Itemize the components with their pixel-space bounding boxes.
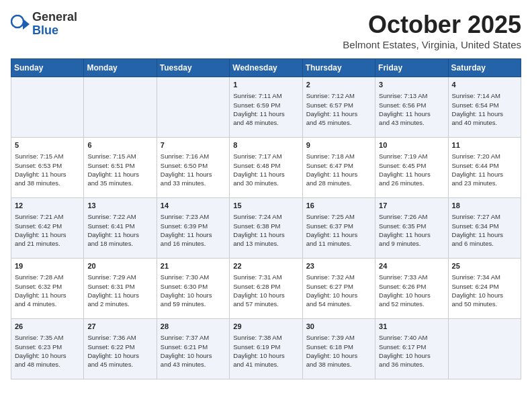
calendar-cell: 16Sunrise: 7:25 AM Sunset: 6:37 PM Dayli… [302,198,375,259]
day-number: 6 [87,140,152,150]
calendar-cell: 27Sunrise: 7:36 AM Sunset: 6:22 PM Dayli… [84,319,157,379]
header-sunday: Sunday [11,59,84,77]
header-saturday: Saturday [448,59,521,77]
day-number: 20 [87,261,152,271]
day-number: 19 [15,261,80,271]
calendar-cell: 25Sunrise: 7:34 AM Sunset: 6:24 PM Dayli… [448,259,521,319]
day-number: 13 [87,201,152,211]
day-number: 21 [161,261,226,271]
calendar-cell [84,77,157,138]
week-row-5: 26Sunrise: 7:35 AM Sunset: 6:23 PM Dayli… [11,319,521,379]
day-info: Sunrise: 7:33 AM Sunset: 6:26 PM Dayligh… [379,273,444,308]
calendar-cell: 18Sunrise: 7:27 AM Sunset: 6:34 PM Dayli… [448,198,521,259]
calendar-cell: 10Sunrise: 7:19 AM Sunset: 6:45 PM Dayli… [375,138,448,198]
header-monday: Monday [84,59,157,77]
day-info: Sunrise: 7:34 AM Sunset: 6:24 PM Dayligh… [452,273,517,308]
day-info: Sunrise: 7:11 AM Sunset: 6:59 PM Dayligh… [233,91,298,127]
week-row-2: 5Sunrise: 7:15 AM Sunset: 6:53 PM Daylig… [11,138,521,198]
day-number: 1 [233,80,298,90]
day-info: Sunrise: 7:39 AM Sunset: 6:18 PM Dayligh… [306,333,371,369]
day-number: 8 [233,140,298,150]
day-number: 25 [452,261,517,271]
day-number: 4 [452,80,517,90]
calendar-cell: 7Sunrise: 7:16 AM Sunset: 6:50 PM Daylig… [157,138,229,198]
day-info: Sunrise: 7:38 AM Sunset: 6:19 PM Dayligh… [233,333,298,369]
calendar-cell: 11Sunrise: 7:20 AM Sunset: 6:44 PM Dayli… [448,138,521,198]
title-block: October 2025 Belmont Estates, Virginia, … [343,11,521,50]
day-info: Sunrise: 7:24 AM Sunset: 6:38 PM Dayligh… [233,212,298,248]
calendar-cell: 4Sunrise: 7:14 AM Sunset: 6:54 PM Daylig… [448,77,521,138]
day-number: 30 [306,322,371,332]
day-info: Sunrise: 7:15 AM Sunset: 6:51 PM Dayligh… [87,152,152,187]
calendar-cell [448,319,521,379]
day-number: 26 [15,322,80,332]
calendar-cell: 13Sunrise: 7:22 AM Sunset: 6:41 PM Dayli… [84,198,157,259]
day-number: 10 [379,140,444,150]
calendar-cell: 31Sunrise: 7:40 AM Sunset: 6:17 PM Dayli… [375,319,448,379]
svg-marker-1 [23,19,30,30]
day-info: Sunrise: 7:27 AM Sunset: 6:34 PM Dayligh… [452,212,517,248]
calendar-header-row: SundayMondayTuesdayWednesdayThursdayFrid… [11,59,521,77]
month-title: October 2025 [343,11,521,39]
day-info: Sunrise: 7:25 AM Sunset: 6:37 PM Dayligh… [306,212,371,248]
day-info: Sunrise: 7:19 AM Sunset: 6:45 PM Dayligh… [379,152,444,187]
day-info: Sunrise: 7:32 AM Sunset: 6:27 PM Dayligh… [306,273,371,308]
day-number: 28 [161,322,226,332]
week-row-3: 12Sunrise: 7:21 AM Sunset: 6:42 PM Dayli… [11,198,521,259]
day-number: 29 [233,322,298,332]
day-info: Sunrise: 7:26 AM Sunset: 6:35 PM Dayligh… [379,212,444,248]
day-number: 15 [233,201,298,211]
day-number: 27 [87,322,152,332]
calendar-cell: 23Sunrise: 7:32 AM Sunset: 6:27 PM Dayli… [302,259,375,319]
day-number: 5 [15,140,80,150]
logo-blue: Blue [32,24,58,37]
day-info: Sunrise: 7:30 AM Sunset: 6:30 PM Dayligh… [161,273,226,308]
calendar-cell: 15Sunrise: 7:24 AM Sunset: 6:38 PM Dayli… [230,198,302,259]
day-info: Sunrise: 7:28 AM Sunset: 6:32 PM Dayligh… [15,273,80,308]
day-info: Sunrise: 7:14 AM Sunset: 6:54 PM Dayligh… [452,91,517,127]
calendar-cell: 26Sunrise: 7:35 AM Sunset: 6:23 PM Dayli… [11,319,84,379]
calendar-cell: 8Sunrise: 7:17 AM Sunset: 6:48 PM Daylig… [230,138,302,198]
day-info: Sunrise: 7:15 AM Sunset: 6:53 PM Dayligh… [15,152,80,187]
day-number: 14 [161,201,226,211]
calendar-cell: 21Sunrise: 7:30 AM Sunset: 6:30 PM Dayli… [157,259,229,319]
page-header: General Blue October 2025 Belmont Estate… [11,11,521,50]
week-row-4: 19Sunrise: 7:28 AM Sunset: 6:32 PM Dayli… [11,259,521,319]
day-number: 9 [306,140,371,150]
day-info: Sunrise: 7:29 AM Sunset: 6:31 PM Dayligh… [87,273,152,308]
day-info: Sunrise: 7:40 AM Sunset: 6:17 PM Dayligh… [379,333,444,369]
logo: General Blue [11,11,77,38]
calendar-cell: 20Sunrise: 7:29 AM Sunset: 6:31 PM Dayli… [84,259,157,319]
calendar-cell: 9Sunrise: 7:18 AM Sunset: 6:47 PM Daylig… [302,138,375,198]
location-subtitle: Belmont Estates, Virginia, United States [343,39,521,50]
header-tuesday: Tuesday [157,59,229,77]
calendar-cell: 3Sunrise: 7:13 AM Sunset: 6:56 PM Daylig… [375,77,448,138]
day-info: Sunrise: 7:16 AM Sunset: 6:50 PM Dayligh… [161,152,226,187]
day-info: Sunrise: 7:22 AM Sunset: 6:41 PM Dayligh… [87,212,152,248]
day-number: 11 [452,140,517,150]
calendar-cell: 24Sunrise: 7:33 AM Sunset: 6:26 PM Dayli… [375,259,448,319]
calendar-cell [157,77,229,138]
calendar-table: SundayMondayTuesdayWednesdayThursdayFrid… [11,58,521,379]
header-wednesday: Wednesday [230,59,302,77]
day-number: 7 [161,140,226,150]
day-number: 31 [379,322,444,332]
day-info: Sunrise: 7:31 AM Sunset: 6:28 PM Dayligh… [233,273,298,308]
day-info: Sunrise: 7:23 AM Sunset: 6:39 PM Dayligh… [161,212,226,248]
day-info: Sunrise: 7:12 AM Sunset: 6:57 PM Dayligh… [306,91,371,127]
calendar-cell: 30Sunrise: 7:39 AM Sunset: 6:18 PM Dayli… [302,319,375,379]
day-number: 17 [379,201,444,211]
day-number: 18 [452,201,517,211]
day-info: Sunrise: 7:36 AM Sunset: 6:22 PM Dayligh… [87,333,152,369]
calendar-cell: 5Sunrise: 7:15 AM Sunset: 6:53 PM Daylig… [11,138,84,198]
header-thursday: Thursday [302,59,375,77]
day-info: Sunrise: 7:21 AM Sunset: 6:42 PM Dayligh… [15,212,80,248]
day-info: Sunrise: 7:18 AM Sunset: 6:47 PM Dayligh… [306,152,371,187]
day-number: 3 [379,80,444,90]
calendar-cell: 2Sunrise: 7:12 AM Sunset: 6:57 PM Daylig… [302,77,375,138]
calendar-cell: 12Sunrise: 7:21 AM Sunset: 6:42 PM Dayli… [11,198,84,259]
day-info: Sunrise: 7:35 AM Sunset: 6:23 PM Dayligh… [15,333,80,369]
day-info: Sunrise: 7:13 AM Sunset: 6:56 PM Dayligh… [379,91,444,127]
header-friday: Friday [375,59,448,77]
day-info: Sunrise: 7:20 AM Sunset: 6:44 PM Dayligh… [452,152,517,187]
